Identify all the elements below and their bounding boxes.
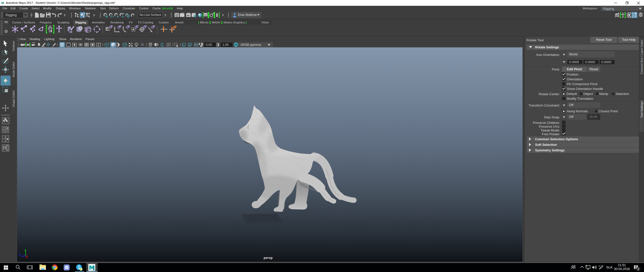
- svg-text:0.00: 0.00: [206, 43, 212, 47]
- svg-text:1.00: 1.00: [222, 43, 228, 47]
- svg-text:MAYA: MAYA: [93, 270, 95, 271]
- svg-text:T: T: [98, 44, 99, 46]
- svg-text:sRGB gamma: sRGB gamma: [240, 43, 261, 47]
- svg-text:ON: ON: [234, 44, 238, 46]
- svg-text:y: y: [25, 248, 27, 252]
- svg-text:x: x: [26, 254, 28, 258]
- svg-text:z: z: [19, 253, 21, 256]
- svg-text:IPR: IPR: [187, 15, 190, 16]
